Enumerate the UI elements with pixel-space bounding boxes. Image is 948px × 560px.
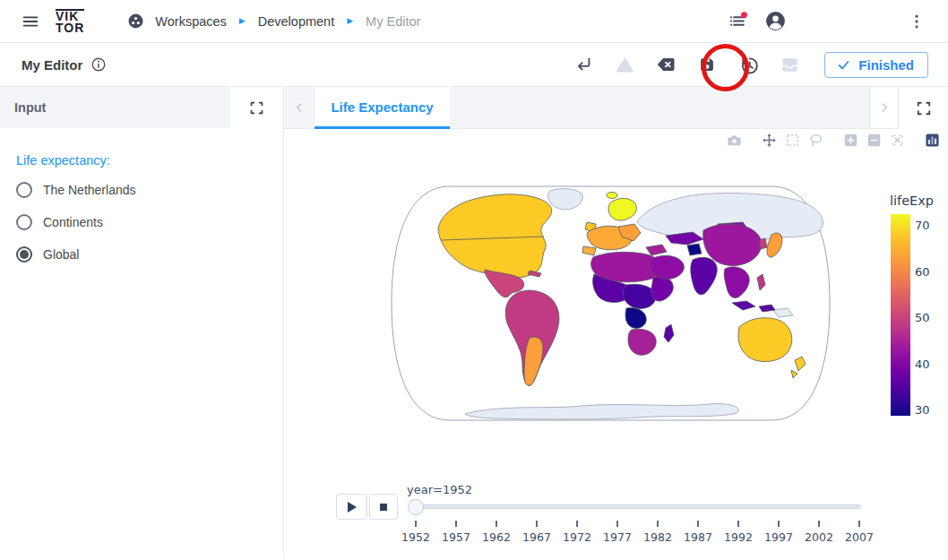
colorbar-tick: 70 — [915, 219, 930, 232]
editor-toolbar: My Editor Finished — [0, 43, 948, 87]
finished-button[interactable]: Finished — [824, 52, 928, 78]
fullscreen-icon — [915, 99, 933, 117]
country-southern-africa[interactable] — [628, 329, 656, 355]
box-select-icon[interactable] — [785, 133, 800, 148]
colorbar-tick: 40 — [915, 357, 930, 370]
tabbar: Life Expectancy — [284, 87, 948, 129]
workspace-icon — [127, 13, 144, 30]
breadcrumb: Workspaces ▶ Development ▶ My Editor — [127, 13, 420, 30]
top-navbar: VIK TOR Workspaces ▶ Development ▶ My Ed… — [0, 0, 948, 43]
colorbar-tick: 30 — [915, 403, 930, 417]
year-slider-handle[interactable] — [408, 499, 424, 515]
chevron-left-icon — [292, 100, 306, 115]
check-icon — [836, 57, 851, 73]
plotly-modebar — [727, 133, 940, 148]
colorbar — [891, 214, 910, 416]
stop-button[interactable] — [369, 494, 398, 520]
autoscale-icon[interactable] — [890, 133, 905, 148]
colorbar-tick: 50 — [915, 311, 930, 324]
radio-label: Global — [43, 247, 79, 262]
viktor-logo[interactable]: VIK TOR — [56, 9, 84, 34]
tab-life-expectancy[interactable]: Life Expectancy — [315, 87, 450, 129]
radio-group-label: Life expectancy: — [16, 153, 267, 168]
choropleth-map — [389, 184, 832, 424]
radio-circle-icon — [16, 214, 32, 230]
country-australia[interactable] — [738, 318, 792, 362]
slider-current-value: year=1952 — [407, 483, 472, 496]
radio-circle-selected-icon — [16, 246, 32, 263]
tab-scroll-right-button[interactable] — [869, 87, 899, 129]
warning-icon — [613, 53, 636, 76]
breadcrumb-arrow-icon: ▶ — [347, 17, 353, 25]
notifications-icon[interactable] — [724, 8, 751, 35]
play-button[interactable] — [336, 494, 367, 520]
view-area: Life Expectancy — [284, 87, 948, 559]
return-icon[interactable] — [572, 53, 595, 76]
radio-the-netherlands[interactable]: The Netherlands — [16, 182, 267, 198]
view-fullscreen-button[interactable] — [899, 87, 948, 129]
zoom-in-icon[interactable] — [843, 133, 858, 148]
colorbar-tick: 60 — [915, 264, 930, 278]
info-icon[interactable] — [90, 56, 107, 73]
plot-area: lifeExp 70 60 50 40 30 year=1952 1952 19… — [284, 129, 948, 559]
save-icon[interactable] — [695, 53, 719, 76]
radio-label: The Netherlands — [43, 183, 136, 197]
fullscreen-icon — [248, 99, 265, 116]
input-panel: Input Life expectancy: The Netherlands C… — [0, 87, 284, 559]
stop-icon — [380, 504, 387, 511]
camera-icon[interactable] — [727, 133, 742, 148]
radio-label: Continents — [43, 215, 103, 229]
logo-line2: TOR — [56, 22, 84, 34]
lasso-icon[interactable] — [808, 133, 823, 148]
hamburger-menu-icon[interactable] — [20, 11, 41, 32]
pan-icon[interactable] — [762, 133, 777, 148]
clear-icon[interactable] — [654, 53, 677, 76]
country-iceland[interactable] — [607, 193, 617, 199]
radio-circle-icon — [16, 182, 32, 198]
breadcrumb-development[interactable]: Development — [258, 14, 334, 29]
toolbar-actions: Finished — [572, 52, 928, 78]
editor-title: My Editor — [22, 57, 82, 73]
history-icon[interactable] — [737, 53, 760, 76]
country-korea[interactable] — [759, 238, 767, 249]
publish-icon — [778, 53, 801, 76]
breadcrumb-arrow-icon: ▶ — [239, 17, 246, 25]
chevron-right-icon — [877, 100, 892, 115]
colorbar-title: lifeExp — [890, 194, 934, 208]
content: Input Life expectancy: The Netherlands C… — [0, 87, 948, 559]
plotly-logo-icon[interactable] — [925, 133, 940, 148]
input-panel-header: Input — [0, 87, 283, 128]
breadcrumb-workspaces[interactable]: Workspaces — [155, 14, 227, 29]
radio-global[interactable]: Global — [16, 246, 267, 263]
zoom-out-icon[interactable] — [866, 133, 882, 148]
country-afghanistan[interactable] — [687, 244, 702, 255]
breadcrumb-current: My Editor — [366, 14, 420, 29]
input-panel-fullscreen-button[interactable] — [230, 87, 283, 128]
input-panel-body: Life expectancy: The Netherlands Contine… — [0, 128, 283, 263]
year-slider-track[interactable] — [416, 504, 861, 509]
account-icon[interactable] — [762, 8, 789, 35]
tab-scroll-left-button[interactable] — [284, 87, 315, 129]
input-panel-title: Input — [0, 87, 230, 128]
radio-continents[interactable]: Continents — [16, 214, 267, 230]
finished-button-label: Finished — [858, 57, 914, 73]
play-icon — [348, 502, 357, 513]
navbar-actions — [724, 8, 948, 35]
kebab-menu-icon[interactable] — [903, 8, 930, 35]
tabbar-filler — [450, 87, 869, 129]
